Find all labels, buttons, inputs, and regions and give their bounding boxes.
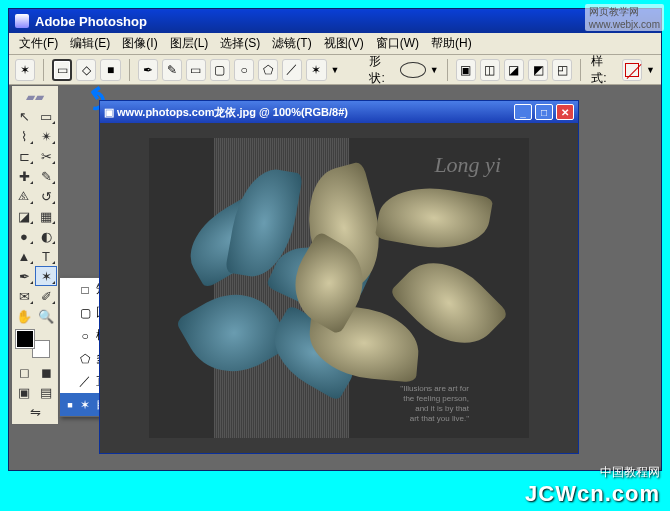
artwork: Long yi Aase negative "Illusions are art… [149, 138, 529, 438]
app-icon [15, 14, 29, 28]
style-none-icon[interactable] [622, 59, 642, 81]
watermark-bottom-right: 中国教程网 JCWcn.com [525, 464, 660, 507]
chevron-down-icon[interactable]: ▼ [430, 65, 439, 75]
path-op-intersect-icon[interactable]: ◩ [528, 59, 548, 81]
jump-to-icon[interactable]: ⇋ [13, 402, 57, 422]
maximize-button[interactable]: □ [535, 104, 553, 120]
document-titlebar[interactable]: ▣ www.photops.com龙依.jpg @ 100%(RGB/8#) _… [100, 101, 578, 123]
pen-tool-icon[interactable]: ✒ [13, 266, 35, 286]
slice-tool-icon[interactable]: ✂ [35, 146, 57, 166]
rect-icon[interactable]: ▭ [186, 59, 206, 81]
menu-view[interactable]: 视图(V) [318, 33, 370, 54]
screenmode-2-icon[interactable]: ▤ [35, 382, 57, 402]
menu-select[interactable]: 选择(S) [214, 33, 266, 54]
quickmask-icon[interactable]: ◼ [35, 362, 57, 382]
blur-tool-icon[interactable]: ● [13, 226, 35, 246]
menu-window[interactable]: 窗口(W) [370, 33, 425, 54]
shape-preview-icon[interactable] [400, 62, 426, 78]
polygon-icon[interactable]: ⬠ [258, 59, 278, 81]
document-window: ▣ www.photops.com龙依.jpg @ 100%(RGB/8#) _… [99, 100, 579, 454]
gradient-tool-icon[interactable]: ▦ [35, 206, 57, 226]
mode-shapelayer-icon[interactable]: ▭ [52, 59, 72, 81]
app-title: Adobe Photoshop [35, 14, 147, 29]
history-brush-tool-icon[interactable]: ↺ [35, 186, 57, 206]
stamp-tool-icon[interactable]: ⧌ [13, 186, 35, 206]
document-title: www.photops.com龙依.jpg @ 100%(RGB/8#) [117, 106, 348, 118]
hand-tool-icon[interactable]: ✋ [13, 306, 35, 326]
eyedropper-tool-icon[interactable]: ✐ [35, 286, 57, 306]
chevron-down-icon[interactable]: ▼ [646, 65, 655, 75]
shape-preset-icon[interactable]: ✶ [15, 59, 35, 81]
menu-filter[interactable]: 滤镜(T) [266, 33, 317, 54]
line-icon[interactable]: ／ [282, 59, 302, 81]
foreground-color-swatch[interactable] [16, 330, 34, 348]
ellipse-icon[interactable]: ○ [234, 59, 254, 81]
dodge-tool-icon[interactable]: ◐ [35, 226, 57, 246]
ellipse-icon: ○ [78, 329, 92, 343]
move-tool-icon[interactable]: ↖ [13, 106, 35, 126]
roundrect-icon[interactable]: ▢ [210, 59, 230, 81]
active-marker-icon: ■ [66, 400, 74, 410]
brush-tool-icon[interactable]: ✎ [35, 166, 57, 186]
shape-label: 形状: [367, 53, 396, 87]
color-swatches [13, 326, 57, 362]
background-color-swatch[interactable] [32, 340, 50, 358]
type-tool-icon[interactable]: T [35, 246, 57, 266]
titlebar: Adobe Photoshop [9, 9, 661, 33]
eraser-tool-icon[interactable]: ◪ [13, 206, 35, 226]
notes-tool-icon[interactable]: ✉ [13, 286, 35, 306]
path-select-tool-icon[interactable]: ▲ [13, 246, 35, 266]
style-label: 样式: [589, 53, 618, 87]
watermark-top-right: 网页教学网 www.webjx.com [585, 4, 664, 31]
toolbox: ▰▰ ↖▭ ⌇✴ ⊏✂ ✚✎ ⧌↺ ◪▦ ●◐ ▲T ✒✶ ✉✐ ✋🔍 ◻◼ ▣… [11, 85, 59, 425]
healing-tool-icon[interactable]: ✚ [13, 166, 35, 186]
menu-help[interactable]: 帮助(H) [425, 33, 478, 54]
app-window: Adobe Photoshop 文件(F) 编辑(E) 图像(I) 图层(L) … [8, 8, 662, 471]
marquee-tool-icon[interactable]: ▭ [35, 106, 57, 126]
shape-tool-icon[interactable]: ✶ [35, 266, 57, 286]
doc-icon: ▣ [104, 106, 117, 118]
pen-icon[interactable]: ✒ [138, 59, 158, 81]
menu-edit[interactable]: 编辑(E) [64, 33, 116, 54]
path-op-new-icon[interactable]: ▣ [456, 59, 476, 81]
toolbox-logo-icon: ▰▰ [13, 88, 57, 106]
mode-path-icon[interactable]: ◇ [76, 59, 96, 81]
workarea: ↶ ▰▰ ↖▭ ⌇✴ ⊏✂ ✚✎ ⧌↺ ◪▦ ●◐ ▲T ✒✶ ✉✐ ✋🔍 ◻◼… [9, 85, 661, 470]
minimize-button[interactable]: _ [514, 104, 532, 120]
menubar: 文件(F) 编辑(E) 图像(I) 图层(L) 选择(S) 滤镜(T) 视图(V… [9, 33, 661, 55]
custom-shape-icon[interactable]: ✶ [306, 59, 326, 81]
canvas[interactable]: Long yi Aase negative "Illusions are art… [100, 123, 578, 453]
quickmask-std-icon[interactable]: ◻ [13, 362, 35, 382]
screenmode-1-icon[interactable]: ▣ [13, 382, 35, 402]
path-op-sub-icon[interactable]: ◪ [504, 59, 524, 81]
roundrect-icon: ▢ [78, 306, 92, 320]
custom-shape-icon: ✶ [78, 398, 92, 412]
options-bar: ✶ ▭ ◇ ■ ✒ ✎ ▭ ▢ ○ ⬠ ／ ✶ ▼ 形状: ▼ ▣ ◫ ◪ ◩ … [9, 55, 661, 85]
menu-layer[interactable]: 图层(L) [164, 33, 215, 54]
menu-file[interactable]: 文件(F) [13, 33, 64, 54]
lasso-tool-icon[interactable]: ⌇ [13, 126, 35, 146]
flower-gold [289, 168, 509, 398]
line-icon: ／ [78, 373, 92, 390]
crop-tool-icon[interactable]: ⊏ [13, 146, 35, 166]
path-op-exclude-icon[interactable]: ◰ [552, 59, 572, 81]
menu-image[interactable]: 图像(I) [116, 33, 163, 54]
close-button[interactable]: ✕ [556, 104, 574, 120]
wand-tool-icon[interactable]: ✴ [35, 126, 57, 146]
mode-fill-icon[interactable]: ■ [100, 59, 120, 81]
freeform-pen-icon[interactable]: ✎ [162, 59, 182, 81]
rect-icon: □ [78, 283, 92, 297]
polygon-icon: ⬠ [78, 352, 92, 366]
chevron-down-icon[interactable]: ▼ [331, 65, 340, 75]
path-op-add-icon[interactable]: ◫ [480, 59, 500, 81]
zoom-tool-icon[interactable]: 🔍 [35, 306, 57, 326]
